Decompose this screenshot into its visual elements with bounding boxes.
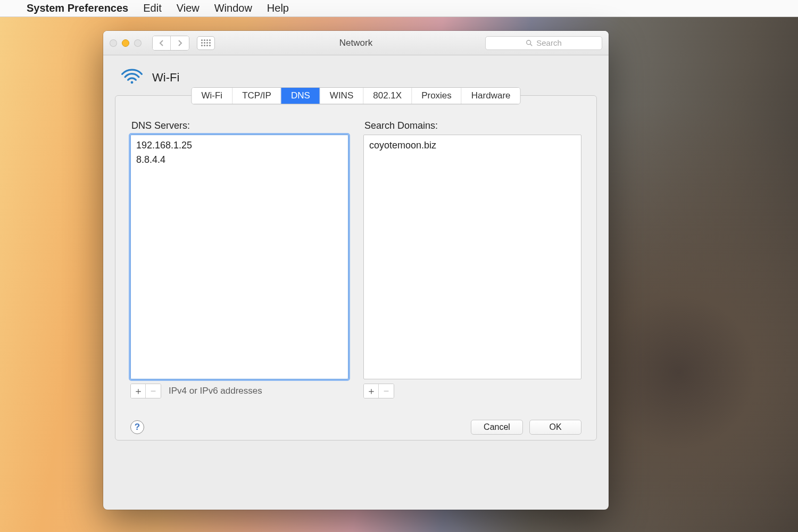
window-titlebar[interactable]: Network Search [103,31,609,55]
search-field[interactable]: Search [485,36,602,50]
menubar-item-help[interactable]: Help [267,2,289,14]
toolbar-nav-buttons [152,36,189,51]
minimize-window-button[interactable] [122,39,129,47]
tab-8021x[interactable]: 802.1X [363,88,412,104]
tab-hardware[interactable]: Hardware [462,88,520,104]
minus-icon: − [384,386,389,397]
search-domain-entry[interactable]: coyotemoon.biz [369,138,576,153]
dns-server-entry[interactable]: 8.8.4.4 [136,153,343,167]
close-window-button[interactable] [110,39,117,47]
menubar-item-window[interactable]: Window [214,2,252,14]
remove-dns-server-button[interactable]: − [146,384,161,398]
svg-point-2 [131,81,134,84]
window-traffic-lights [110,39,142,47]
dns-servers-pm: ＋ − [130,384,161,398]
search-domains-pm: ＋ − [363,384,394,398]
chevron-left-icon [159,40,164,46]
help-icon: ? [135,422,140,433]
connection-name: Wi-Fi [152,71,179,85]
ok-button[interactable]: OK [529,420,581,435]
search-domains-list[interactable]: coyotemoon.biz [363,135,581,379]
dns-servers-list[interactable]: 192.168.1.25 8.8.4.4 [130,135,348,379]
svg-line-1 [530,44,533,46]
search-icon [526,39,533,47]
advanced-panel: Wi-Fi TCP/IP DNS WINS 802.1X Proxies Har… [115,95,597,440]
tab-wifi[interactable]: Wi-Fi [192,88,232,104]
forward-button[interactable] [171,36,189,50]
preferences-window: Network Search Wi-Fi Wi-Fi TCP/ [103,31,609,510]
menubar-item-view[interactable]: View [177,2,200,14]
svg-point-0 [527,40,531,44]
tab-tcpip[interactable]: TCP/IP [232,88,281,104]
grid-icon [201,39,211,46]
add-search-domain-button[interactable]: ＋ [364,384,379,398]
add-dns-server-button[interactable]: ＋ [131,384,146,398]
tab-proxies[interactable]: Proxies [412,88,462,104]
search-placeholder: Search [536,38,562,47]
dns-hint: IPv4 or IPv6 addresses [169,386,262,396]
show-all-prefs-button[interactable] [197,36,215,50]
remove-search-domain-button[interactable]: − [379,384,394,398]
menubar-app-name[interactable]: System Preferences [27,2,128,14]
dns-server-entry[interactable]: 192.168.1.25 [136,138,343,153]
macos-menubar: System Preferences Edit View Window Help [0,0,798,17]
wifi-icon [120,67,144,88]
advanced-tabset: Wi-Fi TCP/IP DNS WINS 802.1X Proxies Har… [191,87,520,104]
tab-dns[interactable]: DNS [281,88,320,104]
help-button[interactable]: ? [130,420,144,434]
plus-icon: ＋ [367,385,376,397]
chevron-right-icon [177,40,182,46]
search-domains-label: Search Domains: [364,120,581,131]
cancel-button[interactable]: Cancel [471,420,523,435]
tab-wins[interactable]: WINS [320,88,363,104]
minus-icon: − [151,386,156,397]
zoom-window-button[interactable] [134,39,142,47]
plus-icon: ＋ [134,385,143,397]
back-button[interactable] [153,36,171,50]
dns-servers-label: DNS Servers: [131,120,348,131]
menubar-item-edit[interactable]: Edit [143,2,161,14]
